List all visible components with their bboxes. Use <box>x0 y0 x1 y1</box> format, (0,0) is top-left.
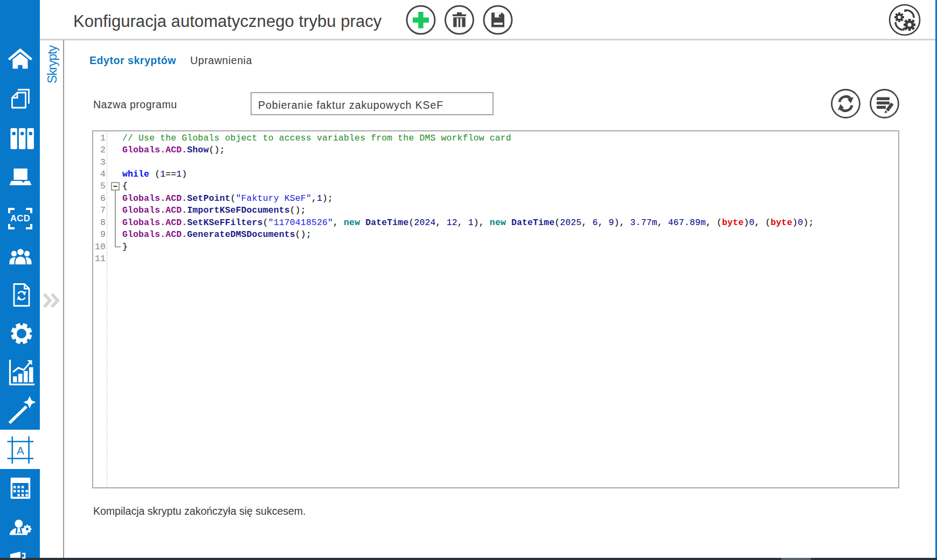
svg-text:A: A <box>17 444 24 457</box>
svg-text:ACD: ACD <box>10 213 30 223</box>
